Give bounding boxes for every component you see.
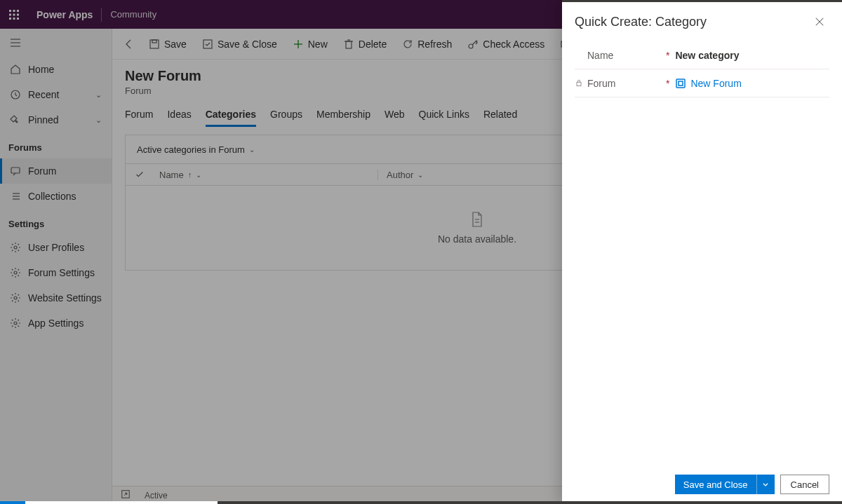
required-indicator: * <box>666 78 669 89</box>
save-close-split-button: Save and Close <box>675 475 775 494</box>
field-name-value[interactable]: New category <box>675 50 829 61</box>
modal-scrim[interactable] <box>0 0 562 504</box>
required-indicator: * <box>666 50 669 61</box>
save-and-close-button[interactable]: Save and Close <box>675 475 756 494</box>
svg-rect-36 <box>577 82 581 86</box>
field-forum[interactable]: Forum * New Forum <box>575 69 829 97</box>
save-options-chevron[interactable] <box>756 475 775 494</box>
lookup-text: New Forum <box>690 78 741 89</box>
panel-title: Quick Create: Category <box>575 15 707 29</box>
field-forum-value[interactable]: New Forum <box>675 78 829 89</box>
lock-icon <box>575 78 584 89</box>
window-footer-strip <box>0 501 842 504</box>
quick-create-panel: Quick Create: Category Name * New catego… <box>562 0 842 504</box>
field-label-text: Name <box>587 50 613 61</box>
panel-body: Name * New category Forum * New Forum <box>562 41 842 465</box>
entity-icon <box>675 78 686 89</box>
field-label-text: Forum <box>587 78 615 89</box>
panel-footer: Save and Close Cancel <box>562 465 842 504</box>
panel-header: Quick Create: Category <box>562 2 842 41</box>
field-name[interactable]: Name * New category <box>575 41 829 69</box>
svg-rect-37 <box>676 79 685 88</box>
svg-rect-38 <box>679 81 683 86</box>
close-button[interactable] <box>810 12 829 32</box>
cancel-button[interactable]: Cancel <box>780 475 829 494</box>
